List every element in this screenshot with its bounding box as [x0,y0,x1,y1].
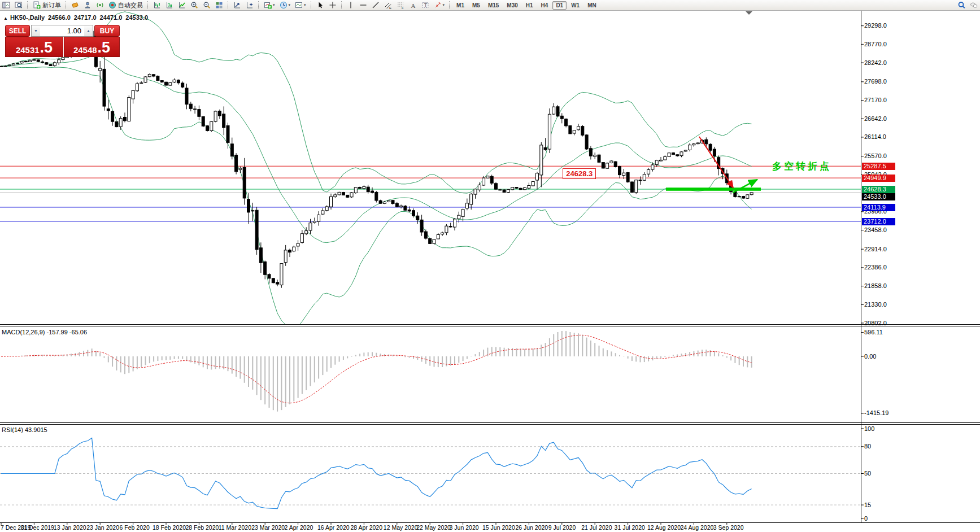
thick-support-line[interactable] [666,187,761,191]
price-axis-tick: 21858.0 [864,282,887,289]
one-click-trade-panel: SELL ▼ 1.00 ▲ BUY 24531.5 24548.5 [5,25,119,55]
price-level-badge: 24113.9 [862,204,895,211]
rsi-line [1,438,752,509]
ohlc-open: 24566.0 [48,14,71,21]
price-axis-tick: 26642.0 [864,115,887,122]
turning-point-text[interactable]: 多空转折点 [772,160,831,173]
price-axis-tick: 25570.0 [864,152,887,159]
price-level-badge: 24949.9 [862,175,895,182]
volume-input[interactable]: 1.00 [40,25,84,36]
volume-box: ▼ 1.00 ▲ [31,25,93,37]
price-annotation-box[interactable]: 24628.3 [563,168,596,179]
macd-axis-tick: -1415.19 [864,409,888,416]
price-axis-tick: 21330.0 [864,301,887,308]
macd-signal-line [1,335,752,403]
rsi-axis-tick: 50 [864,470,871,477]
mt4-window: 新订单自动交易▾▾▾EFAT▾M1M5M15M30H1H4D1W1MN ▲HK5… [0,0,980,532]
volume-decrease-button[interactable]: ▼ [32,25,40,36]
sell-price-frac: .5 [40,40,53,55]
sell-button[interactable]: SELL [5,25,30,37]
chart-title: ▲HK50-,Daily24566.024717.024471.024533.0 [3,14,151,21]
price-axis-tick: 22386.0 [864,264,887,271]
macd-axis-tick: 596.11 [864,329,883,335]
macd-panel[interactable] [1,331,752,412]
price-axis-tick: 20802.0 [864,320,887,326]
macd-label: MACD(12,26,9) -157.99 -65.06 [2,329,87,335]
price-axis-tick: 23458.0 [864,226,887,233]
ohlc-low: 24471.0 [100,14,123,21]
price-level-badge: 24533.0 [862,193,895,200]
chart-canvas[interactable] [0,0,980,532]
volume-increase-button[interactable]: ▲ [84,25,93,36]
price-axis-tick: 26114.0 [864,133,886,140]
price-axis-tick: 27170.0 [864,97,887,103]
price-level-badge: 23712.0 [862,218,895,225]
price-axis-tick: 28242.0 [864,59,887,66]
macd-axis-tick: 0.00 [864,353,876,360]
rsi-axis-tick: 0 [864,515,868,522]
rsi-axis-tick: 100 [864,425,874,432]
ohlc-high: 24717.0 [74,14,97,21]
rsi-axis-tick: 15 [864,502,871,508]
price-level-badge: 25287.5 [862,163,895,170]
buy-button[interactable]: BUY [94,25,120,37]
price-axis-tick: 22914.0 [864,246,887,252]
price-level-badge: 24628.3 [862,186,895,193]
bollinger-band [1,56,752,243]
sell-price-tile[interactable]: 24531.5 [5,37,63,57]
main-plot[interactable] [0,12,861,329]
red-down-arrow[interactable] [699,137,733,187]
rsi-panel[interactable] [0,438,861,509]
symbol-period: HK50-,Daily [10,14,45,21]
price-axis-tick: 27698.0 [864,78,887,85]
rsi-label: RSI(14) 43.9015 [2,426,47,433]
chart-shift-marker[interactable] [746,11,752,15]
ohlc-close: 24533.0 [125,14,148,21]
buy-price-frac: .5 [98,40,111,55]
one-click-collapse-icon[interactable]: ▲ [3,16,8,21]
price-axis-tick: 29298.0 [864,22,887,29]
price-axis-tick: 28770.0 [864,41,887,47]
rsi-axis-tick: 80 [864,443,871,450]
buy-price-main: 24548 [73,45,97,55]
candlestick-series [0,28,753,288]
buy-price-tile[interactable]: 24548.5 [64,37,120,57]
sell-price-main: 24531 [16,45,40,55]
